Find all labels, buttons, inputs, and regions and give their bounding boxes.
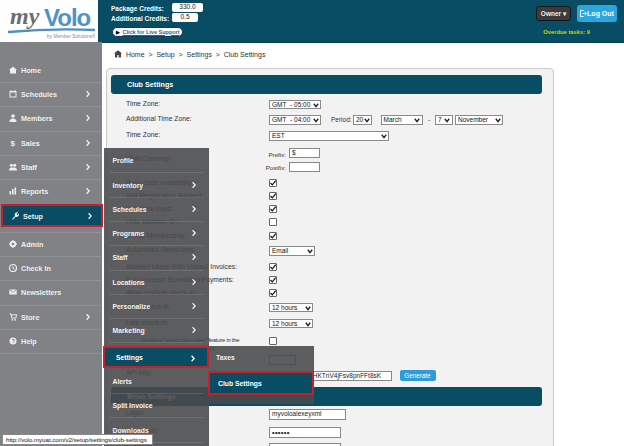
svg-text:$: $ <box>11 139 16 147</box>
svg-text:?: ? <box>12 338 16 344</box>
